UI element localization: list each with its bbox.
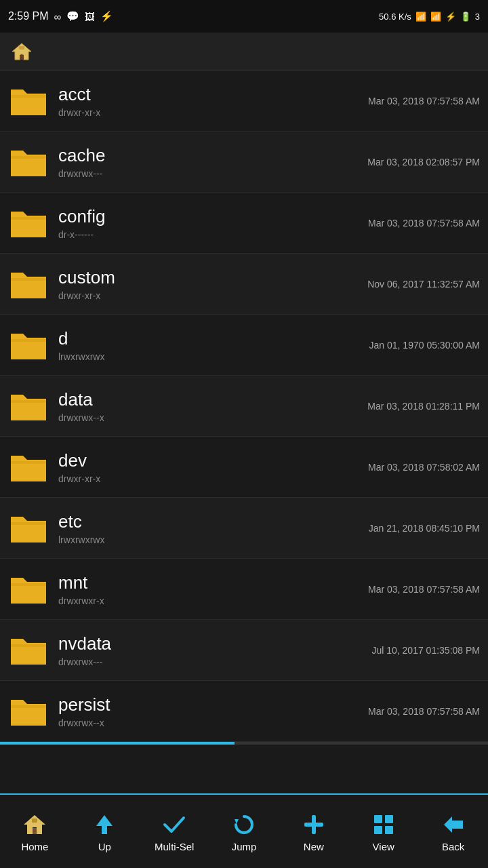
file-item-acct[interactable]: acct drwxr-xr-x Mar 03, 2018 07:57:58 AM [0, 71, 488, 132]
nav-home[interactable]: Home [0, 795, 70, 868]
file-date-cache: Mar 03, 2018 02:08:57 PM [367, 157, 480, 167]
nav-multisel[interactable]: Multi-Sel [140, 795, 209, 868]
nav-home-label: Home [21, 841, 48, 852]
file-name-nvdata: nvdata [58, 633, 371, 654]
wifi-icon: 📶 [415, 12, 426, 22]
file-item-custom[interactable]: custom drwxr-xr-x Nov 06, 2017 11:32:57 … [0, 254, 488, 315]
file-perms-acct: drwxr-xr-x [58, 107, 368, 118]
folder-icon-acct [8, 81, 49, 121]
back-nav-icon [440, 811, 467, 838]
file-name-d: d [58, 328, 369, 349]
file-name-cache: cache [58, 145, 367, 166]
folder-icon-persist [8, 691, 49, 732]
message-icon: 💬 [66, 10, 79, 22]
file-perms-config: dr-x------ [58, 229, 368, 240]
svg-rect-10 [374, 815, 382, 823]
status-left: 2:59 PM ∞ 💬 🖼 ⚡ [8, 10, 113, 22]
scroll-indicator [0, 742, 488, 745]
file-item-mnt[interactable]: mnt drwxrwxr-x Mar 03, 2018 07:57:58 AM [0, 559, 488, 620]
file-info-etc: etc lrwxrwxrwx [49, 511, 369, 545]
file-name-mnt: mnt [58, 572, 368, 593]
file-list-container[interactable]: acct drwxr-xr-x Mar 03, 2018 07:57:58 AM… [0, 71, 488, 793]
file-date-acct: Mar 03, 2018 07:57:58 AM [368, 96, 480, 106]
jump-nav-icon [230, 811, 258, 838]
file-date-config: Mar 03, 2018 07:57:58 AM [368, 218, 480, 229]
charging-icon: ⚡ [445, 12, 456, 22]
file-info-dev: dev drwxr-xr-x [49, 450, 368, 484]
folder-icon-mnt [8, 569, 49, 610]
file-list: acct drwxr-xr-x Mar 03, 2018 07:57:58 AM… [0, 71, 488, 742]
file-date-custom: Nov 06, 2017 11:32:57 AM [367, 279, 480, 290]
nav-new[interactable]: New [279, 795, 348, 868]
file-item-persist[interactable]: persist drwxrwx--x Mar 03, 2018 07:57:58… [0, 681, 488, 742]
new-nav-icon [300, 811, 327, 838]
nav-multisel-label: Multi-Sel [155, 841, 194, 852]
folder-icon-dev [8, 447, 49, 488]
file-info-acct: acct drwxr-xr-x [49, 84, 368, 118]
file-item-cache[interactable]: cache drwxrwx--- Mar 03, 2018 02:08:57 P… [0, 132, 488, 193]
file-date-etc: Jan 21, 2018 08:45:10 PM [369, 523, 480, 534]
folder-icon-data [8, 386, 49, 427]
nav-view-label: View [373, 841, 394, 852]
file-info-config: config dr-x------ [49, 206, 368, 240]
svg-rect-12 [374, 826, 382, 834]
infinity-icon: ∞ [54, 11, 62, 22]
file-item-data[interactable]: data drwxrwx--x Mar 03, 2018 01:28:11 PM [0, 376, 488, 437]
file-perms-persist: drwxrwx--x [58, 717, 368, 728]
svg-marker-6 [96, 815, 113, 834]
file-item-dev[interactable]: dev drwxr-xr-x Mar 03, 2018 07:58:02 AM [0, 437, 488, 498]
image-icon: 🖼 [85, 11, 95, 22]
file-perms-dev: drwxr-xr-x [58, 473, 368, 484]
usb-icon: ⚡ [100, 10, 113, 22]
file-item-etc[interactable]: etc lrwxrwxrwx Jan 21, 2018 08:45:10 PM [0, 498, 488, 559]
svg-rect-1 [19, 46, 24, 50]
file-perms-cache: drwxrwx--- [58, 168, 367, 179]
file-name-data: data [58, 389, 367, 410]
signal-icon: 📶 [430, 12, 441, 22]
file-info-nvdata: nvdata drwxrwx--- [49, 633, 371, 667]
svg-rect-13 [385, 826, 393, 834]
view-nav-icon [370, 811, 397, 838]
svg-rect-2 [20, 55, 24, 60]
multisel-nav-icon [161, 811, 188, 838]
file-info-persist: persist drwxrwx--x [49, 694, 368, 728]
file-item-nvdata[interactable]: nvdata drwxrwx--- Jul 10, 2017 01:35:08 … [0, 620, 488, 681]
folder-icon-custom [8, 264, 49, 304]
file-info-data: data drwxrwx--x [49, 389, 367, 423]
nav-back[interactable]: Back [418, 795, 488, 868]
file-date-nvdata: Jul 10, 2017 01:35:08 PM [371, 645, 480, 656]
status-right: 50.6 K/s 📶 📶 ⚡ 🔋 3 [379, 12, 480, 22]
battery-icon: 🔋 [460, 12, 471, 22]
file-perms-d: lrwxrwxrwx [58, 351, 369, 362]
file-name-acct: acct [58, 84, 368, 105]
folder-icon-etc [8, 508, 49, 549]
file-date-mnt: Mar 03, 2018 07:57:58 AM [368, 584, 480, 595]
file-date-data: Mar 03, 2018 01:28:11 PM [367, 401, 480, 412]
nav-up[interactable]: Up [70, 795, 140, 868]
status-time: 2:59 PM [8, 10, 49, 22]
header-home-icon[interactable] [9, 39, 34, 64]
nav-jump-label: Jump [232, 841, 257, 852]
file-item-config[interactable]: config dr-x------ Mar 03, 2018 07:57:58 … [0, 193, 488, 254]
file-name-custom: custom [58, 267, 367, 288]
file-perms-etc: lrwxrwxrwx [58, 534, 369, 545]
file-name-config: config [58, 206, 368, 227]
svg-marker-14 [444, 816, 463, 833]
nav-new-label: New [304, 841, 324, 852]
file-info-cache: cache drwxrwx--- [49, 145, 367, 179]
svg-marker-7 [235, 819, 239, 824]
file-name-etc: etc [58, 511, 369, 532]
folder-icon-d [8, 325, 49, 366]
nav-jump[interactable]: Jump [209, 795, 279, 868]
folder-icon-nvdata [8, 630, 49, 671]
svg-rect-4 [32, 818, 37, 823]
file-perms-mnt: drwxrwxr-x [58, 595, 368, 606]
file-perms-data: drwxrwx--x [58, 412, 367, 423]
nav-view[interactable]: View [348, 795, 418, 868]
folder-icon-config [8, 203, 49, 243]
file-item-d[interactable]: d lrwxrwxrwx Jan 01, 1970 05:30:00 AM [0, 315, 488, 376]
file-info-custom: custom drwxr-xr-x [49, 267, 367, 301]
file-perms-custom: drwxr-xr-x [58, 290, 367, 301]
file-name-persist: persist [58, 694, 368, 715]
bottom-nav: Home Up Multi-Sel Jump [0, 793, 488, 868]
